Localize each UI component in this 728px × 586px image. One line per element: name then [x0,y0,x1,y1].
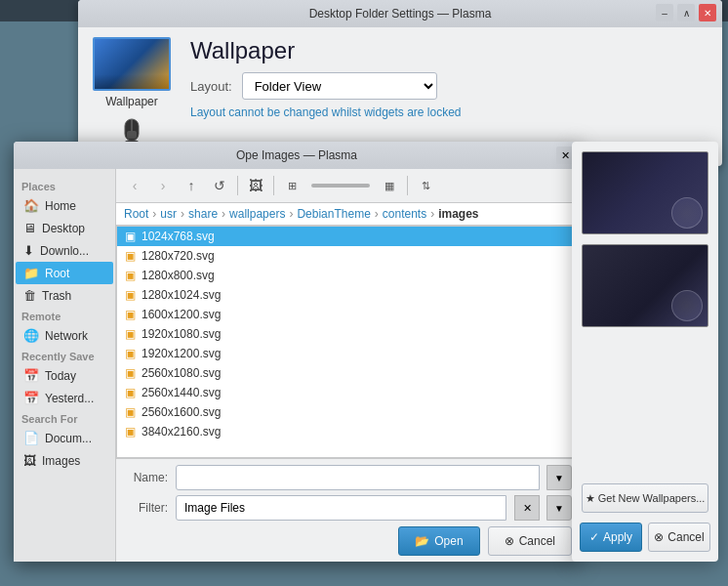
wallpaper-right-panel: ★ Get New Wallpapers... ✓ Apply ⊗ Cancel [572,142,718,562]
bg-window-title: Desktop Folder Settings — Plasma [309,7,492,21]
cancel-settings-label: Cancel [667,530,704,544]
sidebar-item-today[interactable]: 📅 Today [16,364,113,387]
sidebar-item-root-label: Root [45,267,69,280]
image-preview-button[interactable]: 🖼 [243,173,268,198]
sidebar-item-network-label: Network [45,329,88,343]
sidebar-item-images-label: Images [42,454,80,468]
layout-select[interactable]: Folder View [242,72,437,100]
file-icon-10: ▣ [125,425,136,439]
trash-icon: 🗑 [23,288,36,303]
images-icon: 🖼 [23,453,36,468]
name-row: Name: ▼ [124,465,572,490]
sidebar-item-documents[interactable]: 📄 Docum... [16,427,113,449]
filter-input[interactable] [176,495,506,521]
file-item-3[interactable]: ▣ 1280x1024.svg [117,285,579,305]
close-button[interactable]: ✕ [699,4,716,21]
bg-window-right: Wallpaper Layout: Folder View Layout can… [190,37,712,156]
up-button[interactable]: ↑ [179,173,204,198]
file-dialog-bottom: Name: ▼ Filter: ✕ ▼ 📂 Open ⊗ [116,458,580,562]
breadcrumb-usr[interactable]: usr [160,207,177,221]
sort-button[interactable]: ⇅ [413,173,438,198]
breadcrumb-debiantheme[interactable]: DebianTheme [297,207,370,221]
sidebar-item-yesterday[interactable]: 📅 Yesterd... [16,387,113,409]
recently-label: Recently Save [14,347,115,364]
wallpaper-preview-icon [93,37,171,91]
cancel-settings-button[interactable]: ⊗ Cancel [648,523,710,552]
file-item-9[interactable]: ▣ 2560x1600.svg [117,402,579,422]
sidebar-item-network[interactable]: 🌐 Network [16,324,113,347]
file-icon-3: ▣ [125,288,136,302]
file-item-8[interactable]: ▣ 2560x1440.svg [117,383,579,402]
apply-label: Apply [603,530,632,544]
file-item-10[interactable]: ▣ 3840x2160.svg [117,422,579,441]
file-name-6: 1920x1200.svg [142,347,221,360]
dialog-buttons: 📂 Open ⊗ Cancel [124,526,572,556]
file-toolbar: ‹ › ↑ ↺ 🖼 ⊞ ▦ ⇅ [116,169,580,203]
filter-row: Filter: ✕ ▼ [124,495,572,521]
file-item-2[interactable]: ▣ 1280x800.svg [117,266,579,285]
file-item-7[interactable]: ▣ 2560x1080.svg [117,363,579,383]
network-icon: 🌐 [23,328,39,343]
file-item-0[interactable]: ▣ 1024x768.svg [117,227,579,246]
file-dialog-sidebar: Places 🏠 Home 🖥 Desktop ⬇ Downlo... 📁 Ro… [14,169,116,562]
file-icon-4: ▣ [125,308,136,321]
lock-warning: Layout cannot be changed whilst widgets … [190,105,712,119]
file-item-6[interactable]: ▣ 1920x1200.svg [117,344,579,363]
file-item-5[interactable]: ▣ 1920x1080.svg [117,324,579,344]
wallpaper-icon-box: Wallpaper [88,37,176,156]
open-label: Open [434,534,463,548]
filter-dropdown-arrow[interactable]: ▼ [546,495,572,521]
name-input[interactable] [176,465,540,490]
file-item-1[interactable]: ▣ 1280x720.svg [117,246,579,266]
open-button[interactable]: 📂 Open [398,526,479,556]
name-label: Name: [124,471,168,484]
remote-label: Remote [14,307,115,324]
file-item-4[interactable]: ▣ 1600x1200.svg [117,305,579,324]
bg-window-titlebar: Desktop Folder Settings — Plasma – ∧ ✕ [78,0,722,27]
breadcrumb-wallpapers[interactable]: wallpapers [229,207,285,221]
filter-clear-button[interactable]: ✕ [514,495,540,521]
file-dialog-body: Places 🏠 Home 🖥 Desktop ⬇ Downlo... 📁 Ro… [14,169,580,562]
breadcrumb: Root › usr › share › wallpapers › Debian… [116,203,580,226]
layout-label: Layout: [190,79,232,94]
breadcrumb-sep-4: › [289,207,293,221]
maximize-button[interactable]: ∧ [677,4,695,21]
name-dropdown-arrow[interactable]: ▼ [546,465,572,490]
sidebar-item-desktop[interactable]: 🖥 Desktop [16,217,113,239]
reload-button[interactable]: ↺ [207,173,232,198]
forward-button[interactable]: › [150,173,176,198]
breadcrumb-share[interactable]: share [188,207,218,221]
minimize-button[interactable]: – [656,4,673,21]
cancel-label: Cancel [519,534,555,548]
breadcrumb-sep-3: › [222,207,225,221]
file-dialog-main: ‹ › ↑ ↺ 🖼 ⊞ ▦ ⇅ Root › usr › share › [116,169,580,562]
toolbar-separator-1 [237,176,238,195]
open-icon: 📂 [415,534,429,548]
sidebar-item-root[interactable]: 📁 Root [16,262,113,284]
zoom-slider[interactable] [311,184,370,188]
sidebar-item-trash[interactable]: 🗑 Trash [16,284,113,307]
breadcrumb-root[interactable]: Root [124,207,148,221]
grid-view-button[interactable]: ▦ [377,173,402,198]
wallpaper-preview-1 [582,151,708,234]
sidebar-item-images[interactable]: 🖼 Images [16,449,113,472]
back-button[interactable]: ‹ [122,173,147,198]
file-dialog: Ope Images — Plasma ✕ Places 🏠 Home 🖥 De… [14,142,580,562]
file-name-7: 2560x1080.svg [142,366,221,380]
sidebar-item-home-label: Home [45,199,76,213]
zoom-in-button[interactable]: ⊞ [279,173,304,198]
sidebar-item-downloads[interactable]: ⬇ Downlo... [16,239,113,262]
root-icon: 📁 [23,266,39,280]
file-name-10: 3840x2160.svg [142,425,221,439]
file-icon-1: ▣ [125,249,136,263]
get-new-wallpapers-button[interactable]: ★ Get New Wallpapers... [582,483,708,513]
apply-cancel-row: ✓ Apply ⊗ Cancel [580,523,710,552]
breadcrumb-contents[interactable]: contents [383,207,426,221]
file-icon-6: ▣ [125,347,136,360]
sidebar-item-today-label: Today [45,369,76,383]
apply-button[interactable]: ✓ Apply [580,523,642,552]
cancel-icon: ⊗ [505,534,514,548]
sidebar-item-home[interactable]: 🏠 Home [16,194,113,217]
cancel-dialog-button[interactable]: ⊗ Cancel [488,526,572,556]
file-name-0: 1024x768.svg [142,230,215,243]
